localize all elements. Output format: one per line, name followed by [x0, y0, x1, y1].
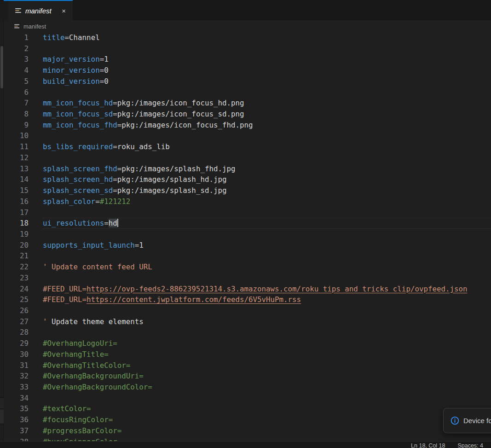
code-line[interactable]: 2 [4, 43, 491, 54]
tab-manifest[interactable]: manifest × [8, 0, 73, 20]
code-line[interactable]: 7mm_icon_focus_hd=pkg:/images/icon_focus… [4, 98, 491, 109]
line-content[interactable]: splash_screen_hd=pkg:/images/splash_hd.j… [43, 174, 491, 185]
line-number[interactable]: 13 [4, 163, 29, 175]
line-content[interactable]: mm_icon_focus_sd=pkg:/images/icon_focus_… [43, 109, 491, 120]
line-number[interactable]: 25 [4, 294, 29, 305]
line-number[interactable]: 22 [4, 262, 29, 273]
line-content[interactable]: splash_screen_fhd=pkg:/images/splash_fhd… [43, 163, 491, 175]
code-line[interactable]: 12 [4, 152, 491, 163]
line-number[interactable]: 29 [4, 338, 29, 349]
url-link[interactable]: https://ovp-feeds2-886239521314.s3.amazo… [87, 285, 467, 293]
line-content[interactable]: mm_icon_focus_hd=pkg:/images/icon_focus_… [43, 98, 491, 109]
line-content[interactable]: supports_input_launch=1 [43, 240, 491, 251]
line-number[interactable]: 20 [4, 240, 29, 251]
code-line[interactable]: 23 [4, 273, 491, 284]
line-content[interactable] [43, 229, 491, 240]
line-content[interactable]: #progressBarColor= [43, 425, 491, 436]
status-cursor-position[interactable]: Ln 18, Col 18 [411, 442, 445, 448]
code-line[interactable]: 18ui_resolutions=hd [4, 218, 491, 229]
line-number[interactable]: 3 [4, 54, 29, 65]
url-link[interactable]: https://content.jwplatform.com/feeds/6V5… [87, 295, 301, 304]
line-number[interactable]: 10 [4, 130, 29, 141]
line-content[interactable] [43, 305, 491, 316]
line-number[interactable]: 24 [4, 284, 29, 295]
line-number[interactable]: 35 [4, 403, 29, 414]
code-line[interactable]: 22' Update content feed URL [4, 262, 491, 273]
code-line[interactable]: 5build_version=0 [4, 76, 491, 87]
line-content[interactable]: #FEED_URL=https://content.jwplatform.com… [43, 294, 491, 305]
line-number[interactable]: 12 [4, 152, 29, 163]
code-line[interactable]: 3major_version=1 [4, 54, 491, 65]
code-line[interactable]: 13splash_screen_fhd=pkg:/images/splash_f… [4, 163, 491, 175]
code-line[interactable]: 4minor_version=0 [4, 65, 491, 76]
line-number[interactable]: 21 [4, 250, 29, 262]
line-content[interactable]: #OverhangTitleColor= [43, 360, 491, 371]
code-line[interactable]: 35#textColor= [4, 403, 491, 414]
line-number[interactable]: 18 [4, 218, 29, 229]
code-line[interactable]: 1title=Channel [4, 32, 491, 43]
line-content[interactable]: title=Channel [43, 32, 491, 43]
line-number[interactable]: 15 [4, 185, 29, 196]
line-content[interactable] [43, 152, 491, 163]
code-line[interactable]: 25#FEED_URL=https://content.jwplatform.c… [4, 294, 491, 305]
line-number[interactable]: 38 [4, 436, 29, 441]
line-number[interactable]: 7 [4, 98, 29, 109]
line-content[interactable]: #focusRingColor= [43, 414, 491, 425]
line-number[interactable]: 19 [4, 229, 29, 240]
notification-toast[interactable]: Device fo [443, 408, 491, 433]
code-line[interactable]: 8mm_icon_focus_sd=pkg:/images/icon_focus… [4, 109, 491, 120]
line-number[interactable]: 14 [4, 174, 29, 185]
line-content[interactable] [43, 43, 491, 54]
line-content[interactable]: #busySpinnerColor= [43, 436, 491, 441]
line-number[interactable]: 11 [4, 141, 29, 152]
line-number[interactable]: 9 [4, 120, 29, 131]
line-number[interactable]: 1 [4, 32, 29, 43]
line-number[interactable]: 6 [4, 87, 29, 98]
code-line[interactable]: 15splash_screen_sd=pkg:/images/splash_sd… [4, 185, 491, 196]
line-content[interactable]: ' Update theme elements [43, 316, 491, 327]
code-line[interactable]: 29#OverhangLogoUri= [4, 338, 491, 349]
line-number[interactable]: 33 [4, 382, 29, 393]
line-content[interactable]: bs_libs_required=roku_ads_lib [43, 141, 491, 152]
line-number[interactable]: 34 [4, 393, 29, 404]
line-number[interactable]: 17 [4, 207, 29, 218]
code-line[interactable]: 14splash_screen_hd=pkg:/images/splash_hd… [4, 174, 491, 185]
breadcrumb-item-manifest[interactable]: manifest [14, 23, 46, 30]
line-number[interactable]: 5 [4, 76, 29, 87]
code-line[interactable]: 38#busySpinnerColor= [4, 436, 491, 441]
line-content[interactable]: #textColor= [43, 403, 491, 414]
code-line[interactable]: 36#focusRingColor= [4, 414, 491, 425]
line-content[interactable]: #OverhangLogoUri= [43, 338, 491, 349]
line-content[interactable] [43, 87, 491, 98]
line-number[interactable]: 27 [4, 316, 29, 327]
code-line[interactable]: 37#progressBarColor= [4, 425, 491, 436]
code-line[interactable]: 21 [4, 250, 491, 262]
code-line[interactable]: 24#FEED_URL=https://ovp-feeds2-886239521… [4, 284, 491, 295]
code-line[interactable]: 20supports_input_launch=1 [4, 240, 491, 251]
editor-code-area[interactable]: 1title=Channel23major_version=14minor_ve… [4, 32, 491, 441]
code-line[interactable]: 27' Update theme elements [4, 316, 491, 327]
line-number[interactable]: 30 [4, 349, 29, 360]
line-content[interactable] [43, 207, 491, 218]
code-line[interactable]: 19 [4, 229, 491, 240]
code-line[interactable]: 28 [4, 327, 491, 338]
status-indentation[interactable]: Spaces: 4 [457, 442, 483, 448]
close-icon[interactable]: × [60, 7, 67, 15]
line-content[interactable] [43, 130, 491, 141]
line-content[interactable]: #OverhangBackgroundUri= [43, 371, 491, 382]
line-number[interactable]: 4 [4, 65, 29, 76]
code-line[interactable]: 26 [4, 305, 491, 316]
line-content[interactable] [43, 273, 491, 284]
line-number[interactable]: 31 [4, 360, 29, 371]
line-content[interactable]: major_version=1 [43, 54, 491, 65]
line-content[interactable] [43, 393, 491, 404]
code-line[interactable]: 17 [4, 207, 491, 218]
line-number[interactable]: 8 [4, 109, 29, 120]
code-line[interactable]: 30#OverhangTitle= [4, 349, 491, 360]
code-line[interactable]: 34 [4, 393, 491, 404]
line-number[interactable]: 36 [4, 414, 29, 425]
line-content[interactable]: #FEED_URL=https://ovp-feeds2-88623952131… [43, 284, 491, 295]
code-line[interactable]: 33#OverhangBackgroundColor= [4, 382, 491, 393]
line-content[interactable]: splash_screen_sd=pkg:/images/splash_sd.j… [43, 185, 491, 196]
line-number[interactable]: 28 [4, 327, 29, 338]
